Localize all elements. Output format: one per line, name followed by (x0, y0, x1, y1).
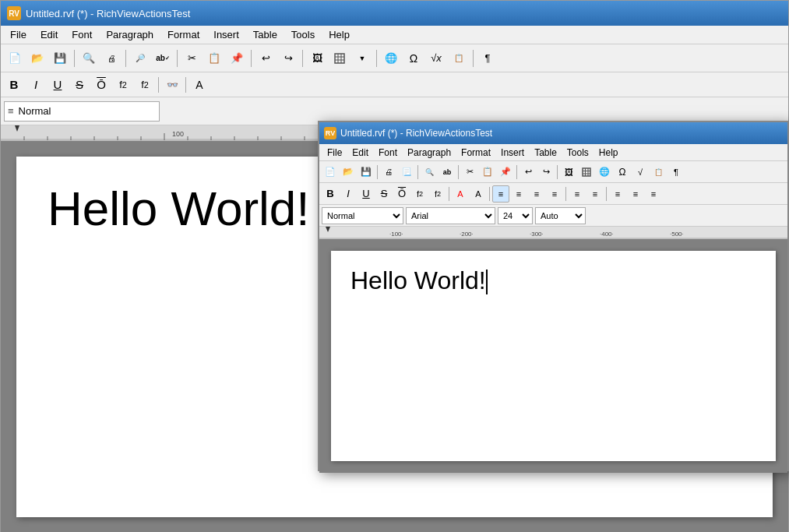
s-redo-button[interactable]: ↪ (537, 164, 555, 181)
formula-button[interactable]: √x (425, 48, 447, 69)
second-page-text[interactable]: Hello World! (350, 266, 756, 295)
s-spell-button[interactable]: ab (439, 164, 456, 181)
s-align-justify-button[interactable]: ≡ (546, 185, 563, 203)
url-button[interactable]: 🌐 (380, 48, 402, 69)
cut-button[interactable]: ✂ (181, 48, 203, 69)
table-dropdown-button[interactable]: ▼ (351, 48, 373, 69)
s-font-color-button[interactable]: A (452, 185, 469, 203)
s-save-button[interactable]: 💾 (358, 164, 375, 181)
s-image-button[interactable]: 🖼 (560, 164, 577, 181)
menu-font[interactable]: Font (65, 27, 98, 42)
menu-help[interactable]: Help (322, 27, 356, 42)
sep6 (376, 50, 377, 67)
s-style-dropdown[interactable]: Normal (322, 207, 403, 224)
menu-insert[interactable]: Insert (207, 27, 245, 42)
s-open-button[interactable]: 📂 (340, 164, 357, 181)
second-menu-edit[interactable]: Edit (347, 146, 373, 159)
second-menu-font[interactable]: Font (374, 146, 402, 159)
second-menu-tools[interactable]: Tools (562, 146, 594, 159)
s-cut-button[interactable]: ✂ (461, 164, 478, 181)
s-marks-button[interactable]: ¶ (667, 164, 685, 181)
second-format-toolbar: B I U S Ō f2 f2 A A ≡ ≡ ≡ ≡ ≡ ≡ ≡ ≡ ≡ (319, 183, 787, 205)
s-font-dropdown[interactable]: Arial (406, 207, 495, 224)
s-numbered-list-button[interactable]: ≡ (586, 185, 604, 203)
menu-paragraph[interactable]: Paragraph (100, 27, 160, 42)
new-button[interactable]: 📄 (4, 48, 26, 69)
s-strikethrough-button[interactable]: S (375, 185, 393, 203)
rtf-button[interactable]: 📋 (448, 48, 470, 69)
underline-button[interactable]: U (48, 76, 68, 94)
s-table-button[interactable] (578, 164, 595, 181)
copy-button[interactable]: 📋 (203, 48, 225, 69)
highlight-button[interactable]: 👓 (162, 76, 182, 94)
spell-button[interactable]: ab✓ (152, 48, 174, 69)
second-menu-insert[interactable]: Insert (496, 146, 529, 159)
overline-button[interactable]: Ō (91, 76, 111, 94)
font-size-decrease-button[interactable]: A (189, 76, 210, 94)
s-subscript-button[interactable]: f2 (411, 185, 428, 203)
menu-tools[interactable]: Tools (285, 27, 321, 42)
image-button[interactable]: 🖼 (306, 48, 328, 69)
superscript-button[interactable]: f2 (135, 76, 155, 94)
second-page[interactable]: Hello World! (331, 251, 776, 461)
s-formula-button[interactable]: √ (632, 164, 649, 181)
redo-button[interactable]: ↪ (277, 48, 299, 69)
subscript-button[interactable]: f2 (113, 76, 133, 94)
main-menu-bar: File Edit Font Paragraph Format Insert T… (1, 26, 788, 44)
s-size-dropdown[interactable]: 24 (498, 207, 533, 224)
s-underline-button[interactable]: U (358, 185, 375, 203)
open-button[interactable]: 📂 (26, 48, 48, 69)
second-window[interactable]: RV Untitled.rvf (*) - RichViewActionsTes… (318, 121, 789, 471)
find-button[interactable]: 🔍 (78, 48, 100, 69)
print-preview-button[interactable]: 🖨 (100, 48, 122, 69)
s-italic-button[interactable]: I (340, 185, 357, 203)
second-menu-format[interactable]: Format (456, 146, 495, 159)
s-rtf-button[interactable]: 📋 (650, 164, 667, 181)
menu-table[interactable]: Table (247, 27, 284, 42)
s-align-left-button[interactable]: ≡ (492, 185, 509, 203)
strikethrough-button[interactable]: S (69, 76, 90, 94)
show-marks-button[interactable]: ¶ (477, 48, 498, 69)
s-color-dropdown[interactable]: Auto (535, 207, 586, 224)
s-align-center-button[interactable]: ≡ (510, 185, 527, 203)
second-menu-paragraph[interactable]: Paragraph (403, 146, 456, 159)
s-bold-button[interactable]: B (322, 185, 339, 203)
s-search-button[interactable]: 🔍 (421, 164, 438, 181)
s-superscript-button[interactable]: f2 (429, 185, 446, 203)
italic-button[interactable]: I (26, 76, 46, 94)
s-rtl-button[interactable]: ≡ (645, 185, 662, 203)
s-increase-indent-button[interactable]: ≡ (627, 185, 644, 203)
s-symbol-button[interactable]: Ω (614, 164, 631, 181)
s-paste-button[interactable]: 📌 (497, 164, 514, 181)
second-menu-help[interactable]: Help (594, 146, 623, 159)
s-bullet-list-button[interactable]: ≡ (569, 185, 586, 203)
paste-button[interactable]: 📌 (226, 48, 248, 69)
menu-format[interactable]: Format (161, 27, 206, 42)
s-url-button[interactable]: 🌐 (596, 164, 613, 181)
undo-button[interactable]: ↩ (255, 48, 277, 69)
sep5 (302, 50, 303, 67)
sep7 (473, 50, 474, 67)
s-copy-button[interactable]: 📋 (479, 164, 496, 181)
bold-button[interactable]: B (4, 76, 24, 94)
table-button[interactable] (329, 48, 350, 69)
search-button[interactable]: 🔎 (129, 48, 151, 69)
s-overline-button[interactable]: Ō (393, 185, 410, 203)
s-align-right-button[interactable]: ≡ (528, 185, 545, 203)
s-highlight-color-button[interactable]: A (470, 185, 487, 203)
second-menu-table[interactable]: Table (530, 146, 562, 159)
s-print-button[interactable]: 🖨 (380, 164, 397, 181)
s-new-button[interactable]: 📄 (322, 164, 339, 181)
s-print-preview-button[interactable]: 📃 (398, 164, 415, 181)
second-menu-file[interactable]: File (322, 146, 347, 159)
svg-text:·500·: ·500· (670, 231, 684, 238)
style-dropdown[interactable]: ≡ Normal (4, 101, 160, 122)
s-sep5 (557, 165, 558, 179)
save-button[interactable]: 💾 (49, 48, 71, 69)
menu-file[interactable]: File (4, 27, 33, 42)
s-undo-button[interactable]: ↩ (520, 164, 537, 181)
s-fmt-sep1 (449, 187, 449, 201)
symbol-button[interactable]: Ω (403, 48, 424, 69)
s-decrease-indent-button[interactable]: ≡ (609, 185, 626, 203)
menu-edit[interactable]: Edit (34, 27, 64, 42)
